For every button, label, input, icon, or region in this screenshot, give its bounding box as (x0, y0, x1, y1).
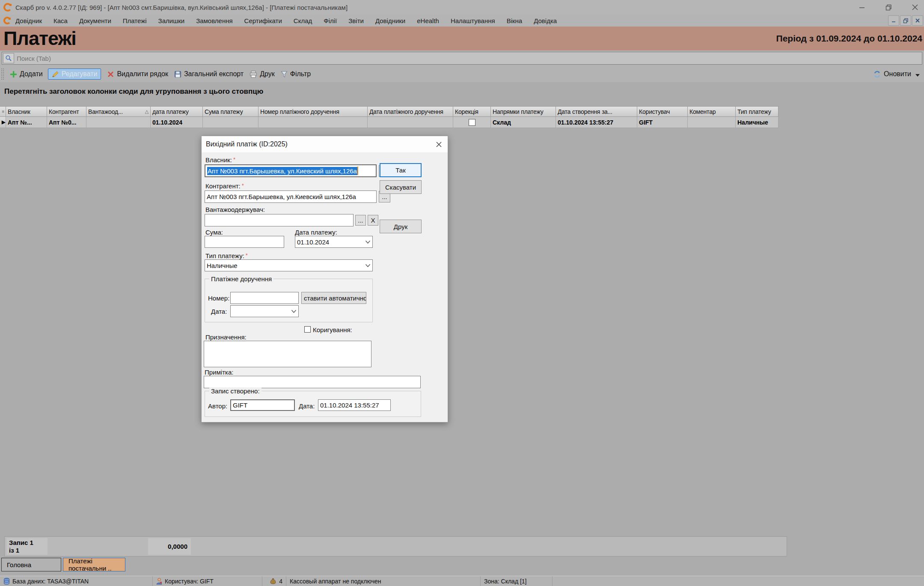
order-date-label: Дата: (211, 308, 227, 315)
menu-item-filii[interactable]: Філії (324, 17, 337, 24)
counterparty-field[interactable]: Апт №003 пгт.Барышевка, ул.Киевский шлях… (205, 190, 377, 203)
col-header-counterparty[interactable]: Контрагент (47, 106, 86, 117)
tab-home[interactable]: Головна (1, 558, 61, 571)
col-header-indicator[interactable]: ≡ (0, 106, 6, 117)
order-date-combo[interactable] (230, 305, 299, 317)
plus-icon (10, 71, 17, 78)
edit-button[interactable]: Редагувати (48, 68, 101, 80)
cell-owner[interactable]: Апт №... (6, 117, 47, 128)
col-header-created[interactable]: Дата створення за... (556, 106, 637, 117)
col-header-direction[interactable]: Напрямки платежу (491, 106, 556, 117)
mdi-minimize-button[interactable] (888, 15, 899, 26)
cell-order-number[interactable] (258, 117, 368, 128)
menu-item-kasa[interactable]: Каса (53, 17, 68, 24)
menu-item-vikna[interactable]: Вікна (507, 17, 523, 24)
cell-sum[interactable] (203, 117, 258, 128)
menu-item-sertyfikaty[interactable]: Сертифікати (244, 17, 282, 24)
note-label: Примітка: (205, 369, 233, 376)
col-header-pay-type[interactable]: Тип платежу (736, 106, 778, 117)
col-header-sum[interactable]: Сума платежу (203, 106, 258, 117)
tab-supplier-payments[interactable]: Платежі постачальни .. (63, 558, 125, 571)
cell-pay-type[interactable]: Наличные (736, 117, 778, 128)
print-dialog-button[interactable]: Друк (380, 220, 422, 233)
toolbar-grip[interactable] (1, 68, 4, 80)
pay-date-combo[interactable]: 01.10.2024 (295, 236, 373, 248)
menu-item-dovidnyk[interactable]: Довідник (15, 17, 42, 24)
filter-button[interactable]: Фільтр (281, 70, 311, 78)
dialog-close-button[interactable] (432, 138, 445, 150)
mdi-restore-button[interactable] (900, 15, 911, 26)
cell-order-date[interactable] (368, 117, 453, 128)
author-field[interactable]: GIFT (230, 399, 295, 411)
sum-field[interactable] (205, 236, 284, 248)
add-button[interactable]: Додати (10, 70, 43, 78)
auto-number-button[interactable]: ставити автоматично (301, 292, 366, 304)
print-button[interactable]: Друк (250, 70, 275, 78)
cell-created[interactable]: 01.10.2024 13:55:27 (556, 117, 637, 128)
col-header-comment[interactable]: Коментар (688, 106, 736, 117)
dialog-title-bar: Вихідний платіж (ID:2025) (202, 136, 448, 152)
note-field[interactable] (204, 376, 421, 388)
search-button[interactable] (3, 53, 14, 63)
created-date-field[interactable]: 01.10.2024 13:55:27 (318, 399, 391, 411)
ok-button[interactable]: Так (380, 163, 422, 177)
minimize-button[interactable] (857, 3, 867, 12)
purpose-textarea[interactable] (204, 341, 371, 367)
cancel-button[interactable]: Скасувати (380, 180, 422, 194)
consignee-clear-button[interactable]: X (368, 215, 378, 226)
owner-field[interactable]: Апт №003 пгт.Барышевка, ул.Киевский шлях… (205, 164, 377, 177)
chevron-down-icon (291, 309, 297, 313)
close-button[interactable] (910, 3, 920, 12)
cell-consignee[interactable] (86, 117, 151, 128)
cell-pay-date[interactable]: 01.10.2024 (151, 117, 203, 128)
col-header-order-date[interactable]: Дата платіжного доручення (368, 106, 453, 117)
row-indicator-icon: ▶ (2, 119, 5, 125)
cell-user[interactable]: GIFT (637, 117, 688, 128)
pay-type-label: Тип платежу:* (205, 252, 248, 259)
menu-item-nalashtuvannia[interactable]: Налаштування (451, 17, 495, 24)
menu-item-sklad[interactable]: Склад (294, 17, 312, 24)
outgoing-payment-dialog: Вихідний платіж (ID:2025) Власник:* Апт … (201, 136, 448, 422)
cell-comment[interactable] (688, 117, 736, 128)
created-date-label: Дата: (299, 402, 315, 410)
refresh-button[interactable]: Оновити (873, 70, 920, 78)
search-input[interactable] (14, 53, 922, 63)
correction-checkbox[interactable] (469, 119, 475, 126)
col-header-owner[interactable]: Власник (6, 106, 47, 117)
header-grip-icon: ≡ (2, 109, 4, 114)
refresh-dropdown-icon[interactable] (915, 74, 920, 77)
cell-direction[interactable]: Склад (491, 117, 556, 128)
menu-item-dovidka[interactable]: Довідка (534, 17, 557, 24)
table-row[interactable]: ▶ Апт №... Апт №0... 01.10.2024 Склад 01… (0, 117, 778, 128)
order-number-field[interactable] (230, 292, 299, 304)
title-bar: Скарб pro v. 4.0.2.77 [ІД: 969] - [Апт №… (0, 0, 924, 15)
col-header-order-number[interactable]: Номер платіжного доручення (258, 106, 368, 117)
status-zone: Зона: Склад [1] (481, 576, 553, 586)
correction-dialog-checkbox[interactable] (304, 326, 311, 333)
restore-button[interactable] (884, 3, 893, 12)
mdi-close-button[interactable] (912, 15, 923, 26)
delete-row-button[interactable]: Видалити рядок (107, 70, 168, 78)
menu-item-dovidnyky[interactable]: Довідники (375, 17, 405, 24)
menu-item-zvity[interactable]: Звіти (348, 17, 364, 24)
menu-item-zalyshky[interactable]: Залишки (158, 17, 185, 24)
consignee-field[interactable] (205, 214, 354, 226)
col-header-consignee[interactable]: Вантажоод...△ (86, 106, 151, 117)
funnel-icon (281, 71, 288, 78)
col-header-correction[interactable]: Корекція (453, 106, 491, 117)
col-header-user[interactable]: Користувач (637, 106, 688, 117)
consignee-lookup-button[interactable]: ... (355, 215, 366, 226)
export-button[interactable]: Загальний експорт (174, 70, 244, 78)
pay-type-combo[interactable]: Наличные (205, 259, 373, 271)
app-window: Скарб pro v. 4.0.2.77 [ІД: 969] - [Апт №… (0, 0, 924, 586)
group-by-hint: Перетягніть заголовок колонки сюди для у… (4, 87, 263, 96)
search-row (0, 51, 924, 66)
menu-item-platezhi[interactable]: Платежі (123, 17, 147, 24)
col-header-pay-date[interactable]: дата платежу (151, 106, 203, 117)
pay-date-label: Дата платежу: (295, 229, 337, 236)
payment-order-group-label: Платіжне доручення (209, 275, 273, 283)
menu-item-dokumenty[interactable]: Документи (79, 17, 111, 24)
menu-item-zamovlennia[interactable]: Замовлення (196, 17, 232, 24)
cell-counterparty[interactable]: Апт №0... (47, 117, 86, 128)
menu-item-ehealth[interactable]: eHealth (417, 17, 439, 24)
